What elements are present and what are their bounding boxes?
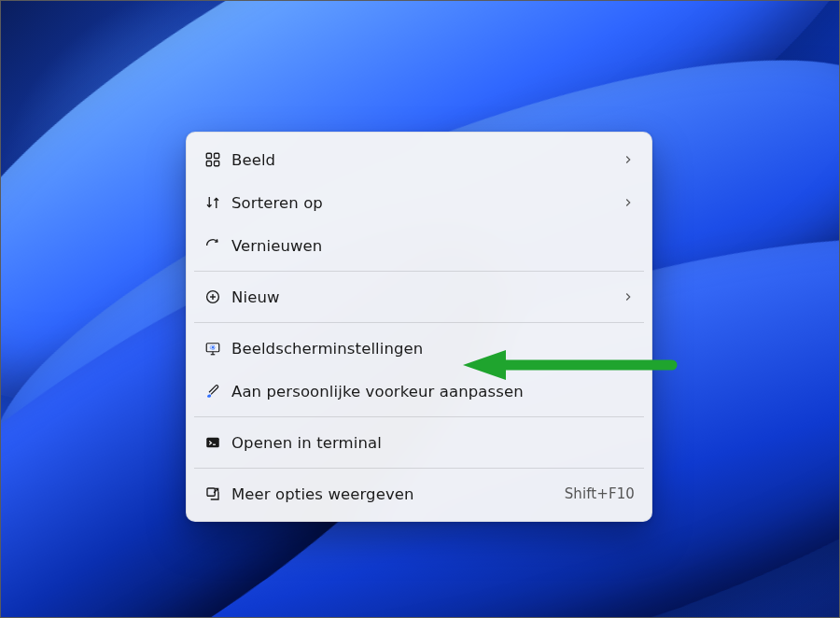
svg-rect-0	[206, 153, 211, 158]
menu-item-view[interactable]: Beeld	[187, 138, 651, 181]
menu-item-more-options[interactable]: Meer opties weergeven Shift+F10	[187, 472, 651, 515]
menu-item-display-settings[interactable]: Beeldscherminstellingen	[187, 327, 651, 370]
menu-item-new[interactable]: Nieuw	[187, 275, 651, 318]
chevron-right-icon	[622, 153, 635, 166]
menu-item-refresh[interactable]: Vernieuwen	[187, 224, 651, 267]
menu-separator	[194, 271, 644, 272]
menu-item-label: Openen in terminal	[226, 434, 635, 452]
view-grid-icon	[200, 151, 226, 168]
refresh-icon	[200, 237, 226, 254]
desktop-context-menu: Beeld Sorteren op Verni	[186, 132, 652, 522]
desktop-wallpaper[interactable]: Beeld Sorteren op Verni	[0, 0, 840, 618]
sort-icon	[200, 194, 226, 211]
menu-item-label: Vernieuwen	[226, 237, 635, 255]
chevron-right-icon	[622, 196, 635, 209]
menu-item-label: Beeld	[226, 151, 622, 169]
svg-rect-11	[206, 438, 219, 448]
menu-item-personalize[interactable]: Aan persoonlijke voorkeur aanpassen	[187, 370, 651, 413]
menu-item-label: Beeldscherminstellingen	[226, 340, 635, 358]
svg-rect-3	[215, 162, 219, 166]
more-options-icon	[200, 485, 226, 502]
menu-item-label: Sorteren op	[226, 194, 622, 212]
menu-item-label: Nieuw	[226, 288, 622, 306]
chevron-right-icon	[622, 290, 635, 303]
menu-separator	[194, 322, 644, 323]
menu-item-shortcut: Shift+F10	[565, 485, 635, 502]
menu-separator	[194, 468, 644, 469]
menu-separator	[194, 416, 644, 417]
svg-rect-1	[215, 153, 219, 158]
menu-item-label: Meer opties weergeven	[226, 485, 565, 503]
menu-item-open-terminal[interactable]: Openen in terminal	[187, 421, 651, 464]
menu-item-label: Aan persoonlijke voorkeur aanpassen	[226, 383, 635, 400]
display-settings-icon	[200, 340, 226, 357]
personalize-icon	[200, 383, 226, 400]
menu-item-sort[interactable]: Sorteren op	[187, 181, 651, 224]
terminal-icon	[200, 434, 226, 451]
svg-rect-2	[206, 162, 211, 166]
svg-point-10	[212, 346, 214, 348]
new-icon	[200, 288, 226, 305]
